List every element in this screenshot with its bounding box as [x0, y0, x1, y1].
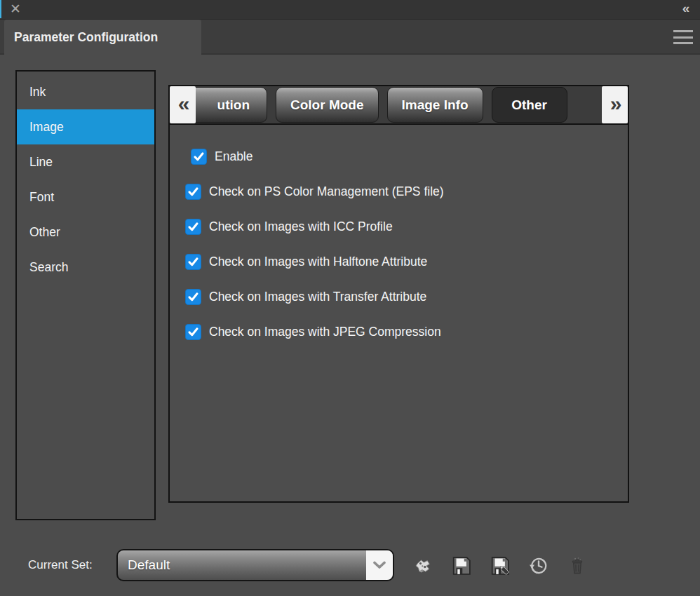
tab-scroll-right-button[interactable]: »	[602, 86, 628, 123]
collapse-panel-icon[interactable]: «	[676, 0, 694, 18]
option-label: Check on PS Color Management (EPS file)	[209, 184, 444, 199]
option-row-icc-profile: Check on Images with ICC Profile	[170, 209, 628, 244]
sidebar-item-other[interactable]: Other	[17, 215, 154, 250]
sidebar-item-font[interactable]: Font	[17, 180, 154, 215]
close-icon[interactable]: ✕	[8, 1, 23, 18]
panel-menu-icon[interactable]	[673, 30, 693, 44]
tab-scroll-left-button[interactable]: «	[170, 86, 196, 123]
option-label: Check on Images with ICC Profile	[209, 219, 393, 234]
chevron-down-icon	[372, 561, 386, 569]
sidebar-item-line[interactable]: Line	[17, 144, 154, 180]
current-set-label: Current Set:	[28, 558, 93, 572]
restore-set-icon[interactable]	[527, 554, 551, 578]
tab-resolution[interactable]: ution	[183, 87, 267, 123]
tab-image-info[interactable]: Image Info	[387, 87, 483, 123]
option-row-ps-color-management: Check on PS Color Management (EPS file)	[170, 174, 628, 209]
tab-other[interactable]: Other	[492, 87, 567, 123]
new-set-icon[interactable]	[411, 554, 435, 578]
check-icon	[187, 291, 199, 303]
trash-icon	[567, 556, 587, 576]
sidebar-item-search[interactable]: Search	[17, 250, 154, 285]
set-actions-toolbar	[411, 553, 600, 578]
option-label: Check on Images with Halftone Attribute	[209, 255, 427, 269]
image-settings-panel: « ution Color Mode Image Info Other » En…	[168, 85, 629, 503]
save-set-icon[interactable]	[450, 554, 473, 578]
check-icon	[187, 221, 199, 233]
check-icon	[187, 256, 199, 268]
current-set-value: Default	[118, 550, 366, 580]
crumpled-paper-icon	[412, 555, 433, 576]
other-tab-content: Enable Check on PS Color Management (EPS…	[170, 125, 628, 501]
jpeg-compression-checkbox[interactable]	[185, 324, 201, 340]
option-row-transfer: Check on Images with Transfer Attribute	[170, 279, 628, 314]
save-as-set-icon[interactable]	[488, 554, 512, 578]
option-label: Check on Images with Transfer Attribute	[209, 290, 426, 304]
option-row-jpeg: Check on Images with JPEG Compression	[170, 314, 628, 349]
sidebar-item-ink[interactable]: Ink	[17, 74, 154, 109]
page-title: Parameter Configuration	[14, 30, 158, 45]
tab-color-mode[interactable]: Color Mode	[276, 87, 379, 123]
halftone-checkbox[interactable]	[185, 254, 201, 270]
category-list: Ink Image Line Font Other Search	[15, 70, 156, 520]
dropdown-arrow-box[interactable]	[366, 550, 393, 580]
option-row-enable: Enable	[170, 139, 628, 174]
check-icon	[187, 186, 199, 198]
current-set-dropdown[interactable]: Default	[116, 549, 394, 581]
history-clock-icon	[528, 555, 549, 576]
check-icon	[193, 151, 205, 163]
window-corner-accent	[0, 0, 1, 18]
panel-header: Parameter Configuration	[0, 20, 700, 55]
sidebar-item-image[interactable]: Image	[17, 109, 154, 144]
sub-tabstrip: « ution Color Mode Image Info Other »	[170, 86, 628, 125]
icc-profile-checkbox[interactable]	[185, 219, 201, 235]
transfer-checkbox[interactable]	[185, 289, 201, 305]
ps-color-management-checkbox[interactable]	[185, 184, 201, 200]
enable-checkbox[interactable]	[191, 149, 207, 165]
panel-title-tab[interactable]: Parameter Configuration	[4, 20, 201, 55]
delete-set-icon[interactable]	[565, 554, 589, 578]
floppy-disk-pencil-icon	[490, 555, 511, 576]
option-label: Check on Images with JPEG Compression	[209, 325, 441, 339]
check-icon	[187, 326, 199, 338]
floppy-disk-icon	[451, 555, 472, 576]
titlebar: ✕ «	[0, 0, 700, 20]
option-row-halftone: Check on Images with Halftone Attribute	[170, 244, 628, 279]
option-label: Enable	[215, 149, 253, 164]
